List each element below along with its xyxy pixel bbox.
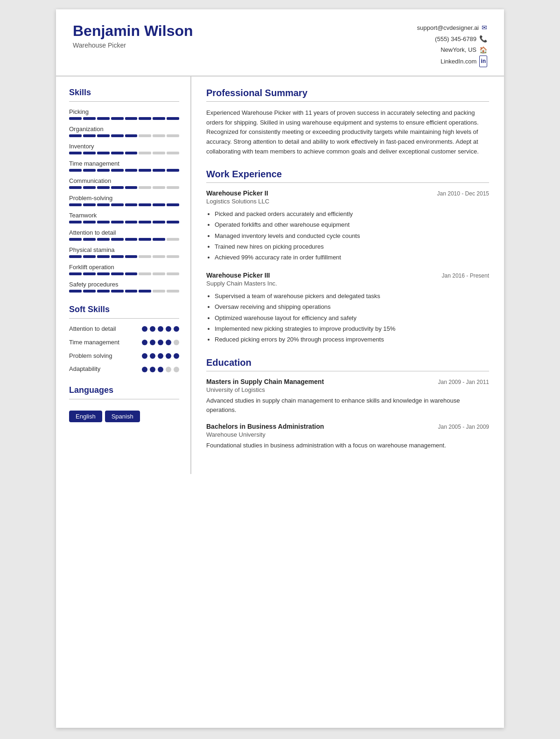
- skill-segment-empty: [139, 272, 151, 275]
- skill-bar: [69, 255, 179, 258]
- skill-segment-empty: [167, 238, 179, 241]
- resume-main: Professional Summary Experienced Warehou…: [191, 77, 504, 474]
- resume-page: Benjamin Wilson Warehouse Picker support…: [56, 9, 504, 728]
- dot-filled: [150, 353, 155, 359]
- candidate-name: Benjamin Wilson: [73, 22, 193, 40]
- skill-item: Safety procedures: [69, 281, 179, 293]
- skill-name: Attention to detail: [69, 229, 179, 236]
- job-header: Warehouse Picker IIJan 2010 - Dec 2015: [206, 189, 489, 197]
- skill-segment-filled: [83, 203, 96, 206]
- header-right: support@cvdesigner.ai ✉ (555) 345-6789 📞…: [417, 22, 487, 67]
- skill-segment-filled: [97, 238, 110, 241]
- skills-list: PickingOrganizationInventoryTime managem…: [69, 108, 179, 293]
- languages-divider: [69, 399, 179, 399]
- job-bullet: Implemented new picking strategies to im…: [215, 323, 489, 334]
- skill-segment-empty: [167, 134, 179, 137]
- skill-item: Physical stamina: [69, 246, 179, 258]
- skill-segment-filled: [111, 203, 124, 206]
- skill-name: Problem-solving: [69, 195, 179, 202]
- dot-filled: [142, 353, 147, 359]
- skill-name: Physical stamina: [69, 246, 179, 253]
- skill-segment-filled: [69, 203, 82, 206]
- job-company: Logistics Solutions LLC: [206, 198, 489, 205]
- linkedin-row: LinkedIn.com in: [417, 56, 487, 67]
- soft-skill-dots: [142, 367, 179, 372]
- skill-segment-filled: [125, 117, 138, 120]
- education-section: Education Masters in Supply Chain Manage…: [206, 357, 489, 451]
- home-icon: 🏠: [479, 45, 487, 56]
- skill-bar: [69, 117, 179, 120]
- dot-filled: [174, 326, 179, 332]
- soft-skill-item: Problem solving: [69, 352, 179, 360]
- skill-segment-filled: [83, 186, 96, 189]
- soft-skills-divider: [69, 318, 179, 319]
- skill-segment-empty: [167, 290, 179, 293]
- skill-segment-filled: [153, 221, 165, 223]
- skill-segment-filled: [97, 169, 110, 172]
- job-bullet: Operated forklifts and other warehouse e…: [215, 219, 489, 230]
- summary-title: Professional Summary: [206, 88, 489, 98]
- skill-segment-filled: [97, 134, 110, 137]
- email-row: support@cvdesigner.ai ✉: [417, 22, 487, 34]
- skill-segment-empty: [153, 134, 165, 137]
- dot-filled: [142, 326, 147, 332]
- job-title: Warehouse Picker II: [206, 189, 268, 197]
- skill-segment-filled: [111, 221, 124, 223]
- skill-segment-filled: [83, 272, 96, 275]
- skill-segment-filled: [125, 272, 138, 275]
- edu-desc: Foundational studies in business adminis…: [206, 441, 489, 451]
- edu-date: Jan 2005 - Jan 2009: [438, 424, 489, 430]
- skill-name: Picking: [69, 108, 179, 115]
- job-bullet: Achieved 99% accuracy rate in order fulf…: [215, 252, 489, 263]
- skill-item: Organization: [69, 125, 179, 137]
- dot-filled: [150, 367, 155, 372]
- skill-name: Communication: [69, 177, 179, 184]
- skill-name: Forklift operation: [69, 264, 179, 271]
- location-text: NewYork, US: [441, 45, 476, 55]
- skill-name: Safety procedures: [69, 281, 179, 288]
- job-bullet: Supervised a team of warehouse pickers a…: [215, 291, 489, 301]
- edu-list: Masters in Supply Chain ManagementJan 20…: [206, 378, 489, 451]
- skill-bar: [69, 152, 179, 154]
- email-icon: ✉: [482, 22, 487, 34]
- skill-segment-empty: [153, 255, 165, 258]
- skill-segment-filled: [69, 186, 82, 189]
- skill-segment-empty: [153, 186, 165, 189]
- skill-bar: [69, 272, 179, 275]
- languages-title: Languages: [69, 385, 179, 395]
- skill-segment-filled: [167, 169, 179, 172]
- skill-segment-empty: [139, 255, 151, 258]
- soft-skill-item: Time management: [69, 339, 179, 347]
- skill-segment-filled: [97, 186, 110, 189]
- skill-segment-filled: [111, 169, 124, 172]
- skill-segment-filled: [83, 169, 96, 172]
- skill-segment-filled: [69, 272, 82, 275]
- skill-item: Teamwork: [69, 212, 179, 223]
- soft-skill-name: Adaptability: [69, 365, 120, 373]
- header-left: Benjamin Wilson Warehouse Picker: [73, 22, 193, 49]
- skill-segment-filled: [139, 221, 151, 223]
- job-company: Supply Chain Masters Inc.: [206, 280, 489, 287]
- skill-segment-filled: [125, 255, 138, 258]
- skill-segment-filled: [125, 169, 138, 172]
- skill-segment-filled: [111, 238, 124, 241]
- job-bullet: Managed inventory levels and conducted c…: [215, 230, 489, 241]
- skill-segment-filled: [83, 152, 96, 154]
- resume-body: Skills PickingOrganizationInventoryTime …: [56, 77, 504, 474]
- skill-segment-filled: [153, 117, 165, 120]
- skill-segment-empty: [153, 152, 165, 154]
- dot-filled: [174, 353, 179, 359]
- skill-item: Forklift operation: [69, 264, 179, 275]
- skill-segment-empty: [167, 152, 179, 154]
- soft-skill-dots: [142, 353, 179, 359]
- dot-filled: [158, 340, 163, 345]
- dot-filled: [158, 326, 163, 332]
- skill-segment-filled: [125, 203, 138, 206]
- skill-segment-filled: [153, 169, 165, 172]
- skill-bar: [69, 290, 179, 293]
- skill-name: Teamwork: [69, 212, 179, 219]
- skill-name: Time management: [69, 160, 179, 167]
- soft-skill-item: Adaptability: [69, 365, 179, 373]
- skill-segment-empty: [153, 290, 165, 293]
- skill-segment-filled: [167, 203, 179, 206]
